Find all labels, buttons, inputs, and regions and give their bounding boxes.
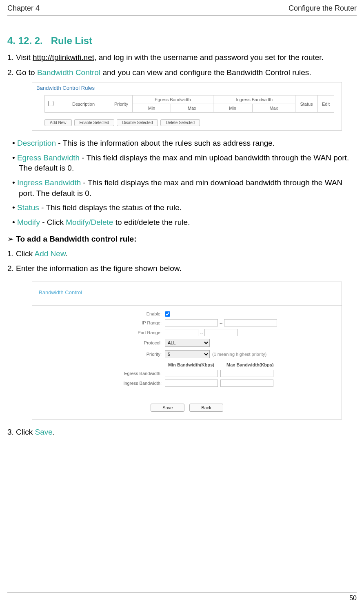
col-description: Description	[57, 95, 110, 113]
dash-icon: --	[200, 330, 203, 335]
step-2: 2. Go to Bandwidth Control and you can v…	[7, 67, 357, 78]
col-egress-min: Min	[133, 104, 171, 113]
ip-range-start-input[interactable]	[165, 319, 218, 326]
col-egress-max: Max	[171, 104, 213, 113]
enable-checkbox[interactable]	[165, 311, 170, 317]
disable-selected-button[interactable]: Disable Selected	[117, 119, 158, 126]
label-port-range: Port Range:	[36, 330, 165, 335]
page-header: Chapter 4 Configure the Router	[7, 4, 357, 16]
enable-selected-button[interactable]: Enable Selected	[74, 119, 115, 126]
add-new-button[interactable]: Add New	[44, 119, 72, 126]
label-priority: Priority:	[36, 352, 165, 357]
figure-bandwidth-rules: Bandwidth Control Rules Description Prio…	[32, 82, 342, 131]
egress-min-input[interactable]	[165, 370, 218, 377]
save-button[interactable]: Save	[151, 404, 184, 412]
col-ingress: Ingress Bandwidth	[213, 95, 295, 104]
col-status: Status	[295, 95, 318, 113]
tplinkwifi-link[interactable]: http://tplinkwifi.net	[33, 53, 94, 62]
col-edit: Edit	[318, 95, 334, 113]
col-egress: Egress Bandwidth	[133, 95, 213, 104]
label-ingress-bw: Ingress Bandwidth:	[36, 381, 165, 386]
port-range-start-input[interactable]	[165, 329, 198, 336]
delete-selected-button[interactable]: Delete Selected	[160, 119, 200, 126]
label-enable: Enable:	[36, 311, 165, 316]
page-number: 50	[7, 593, 357, 602]
col-priority: Priority	[110, 95, 133, 113]
rules-table: Description Priority Egress Bandwidth In…	[44, 95, 334, 113]
field-descriptions: Description - This is the information ab…	[7, 138, 357, 227]
priority-hint: (1 meaning highest priority)	[212, 352, 266, 357]
priority-select[interactable]: 5	[165, 350, 210, 358]
ingress-min-input[interactable]	[165, 380, 218, 387]
ingress-max-input[interactable]	[220, 380, 273, 387]
select-all-checkbox[interactable]	[48, 101, 53, 106]
chapter-title: Configure the Router	[289, 4, 357, 13]
col-header-max: Max Bandwidth(Kbps)	[226, 362, 274, 367]
chapter-label: Chapter 4	[7, 4, 40, 13]
port-range-end-input[interactable]	[204, 329, 238, 336]
figure-bandwidth-form: Bandwidth Control Enable: IP Range: -- P…	[32, 282, 342, 420]
bullet-modify: Modify - Click Modify/Delete to edit/del…	[7, 217, 357, 228]
ip-range-end-input[interactable]	[224, 319, 277, 326]
label-protocol: Protocol:	[36, 340, 165, 345]
protocol-select[interactable]: ALL	[165, 339, 210, 347]
col-ingress-min: Min	[213, 104, 252, 113]
figure2-title: Bandwidth Control	[32, 282, 342, 306]
add-step-2: 2. Enter the information as the figure s…	[7, 263, 357, 274]
back-button[interactable]: Back	[189, 404, 223, 412]
col-ingress-max: Max	[252, 104, 295, 113]
label-ip-range: IP Range:	[36, 320, 165, 325]
subheading-add-rule: To add a Bandwidth control rule:	[7, 234, 357, 244]
figure1-title: Bandwidth Control Rules	[32, 82, 342, 95]
bullet-egress: Egress Bandwidth - This field displays t…	[7, 153, 357, 173]
section-heading: 4. 12. 2. Rule List	[7, 35, 357, 47]
col-header-min: Min Bandwidth(Kbps)	[168, 362, 214, 367]
bullet-status: Status - This field displays the status …	[7, 202, 357, 213]
bullet-ingress: Ingress Bandwidth - This field displays …	[7, 178, 357, 198]
egress-max-input[interactable]	[220, 370, 273, 377]
step-1: 1. Visit http://tplinkwifi.net, and log …	[7, 52, 357, 63]
add-step-3: 3. Click Save.	[7, 427, 357, 438]
add-step-1: 1. Click Add New.	[7, 249, 357, 260]
dash-icon: --	[220, 320, 222, 325]
label-egress-bw: Egress Bandwidth:	[36, 371, 165, 376]
bullet-description: Description - This is the information ab…	[7, 138, 357, 149]
section-number: 4. 12. 2.	[7, 35, 43, 46]
bandwidth-control-term: Bandwidth Control	[37, 68, 100, 77]
section-title: Rule List	[51, 35, 92, 46]
